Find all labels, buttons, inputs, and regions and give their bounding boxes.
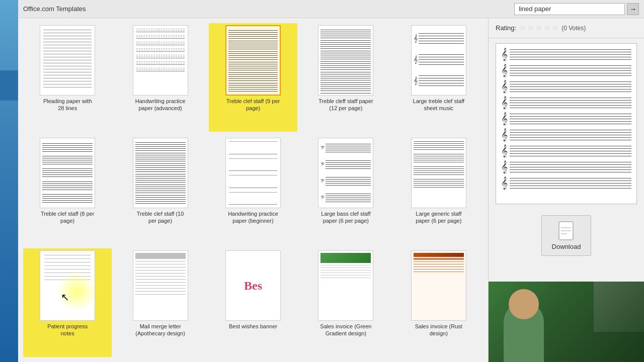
template-item-treble-8[interactable]: Treble clef staff (8 per page)	[23, 136, 112, 244]
template-item-mail[interactable]: Mail merge letter (Apothecary design)	[116, 248, 204, 357]
star-5: ☆	[551, 23, 558, 33]
template-thumb-bass-6: 𝄢 𝄢 𝄢	[318, 138, 373, 208]
template-item-patient[interactable]: ↖ Patient progress notes	[23, 248, 112, 357]
template-grid: Pleading paper with 28 lines Handwriting…	[18, 18, 488, 362]
search-button[interactable]: →	[627, 3, 639, 15]
template-label-bass-6: Large bass clef staff paper (6 per page)	[318, 210, 373, 225]
rating-section: Rating: ☆ ☆ ☆ ☆ ☆ (0 Votes)	[489, 18, 644, 38]
clef-symbol-9: 𝄞	[501, 177, 508, 189]
clef-symbol-2: 𝄞	[501, 65, 508, 76]
template-label-handwriting-adv: Handwriting practice paper (advanced)	[133, 98, 188, 112]
download-icon	[557, 221, 575, 241]
download-button[interactable]: Download	[541, 215, 592, 256]
template-item-invoice-green[interactable]: Sales invoice (Green Gradient design)	[301, 248, 390, 357]
staff-group-1: 𝄞	[501, 49, 631, 60]
template-thumb-invoice-rust	[411, 250, 466, 321]
main-content: Office.com Templates →	[18, 0, 644, 362]
template-thumb-generic-6	[411, 138, 466, 208]
votes-count: (0 Votes)	[561, 25, 586, 32]
download-label: Download	[552, 243, 581, 250]
clef-symbol-7: 𝄞	[501, 145, 508, 156]
template-thumb-hw-beginner	[225, 138, 281, 208]
template-preview-box: 𝄞 𝄞 𝄞	[496, 43, 637, 204]
right-panel: Rating: ☆ ☆ ☆ ☆ ☆ (0 Votes) 𝄞	[488, 18, 644, 362]
template-item-treble-9[interactable]: Treble clef staff (9 per page)	[209, 23, 297, 132]
staff-group-8: 𝄞	[501, 161, 631, 172]
template-label-invoice-green: Sales invoice (Green Gradient design)	[318, 323, 373, 337]
template-thumb-mail	[133, 250, 188, 321]
clef-symbol-5: 𝄞	[501, 113, 508, 124]
clef-symbol-1: 𝄞	[501, 49, 508, 60]
template-item-pleading[interactable]: Pleading paper with 28 lines	[23, 23, 112, 132]
staff-group-9: 𝄞	[501, 177, 631, 189]
template-label-banner: Best wishes banner	[229, 323, 277, 330]
template-thumb-banner: Bes	[225, 250, 281, 321]
template-item-invoice-rust[interactable]: Sales invoice (Rust design)	[394, 248, 483, 357]
clef-symbol-8: 𝄞	[501, 161, 508, 172]
template-label-patient: Patient progress notes	[40, 323, 95, 337]
left-sidebar	[0, 0, 18, 362]
staff-group-6: 𝄞	[501, 129, 631, 140]
template-item-hw-beginner[interactable]: Handwriting practice paper (beginner)	[209, 136, 297, 244]
rating-label: Rating:	[496, 24, 516, 32]
clef-symbol-4: 𝄞	[501, 97, 508, 108]
staff-group-4: 𝄞	[501, 97, 631, 108]
template-label-pleading: Pleading paper with 28 lines	[40, 98, 95, 112]
panel-title: Office.com Templates	[23, 5, 86, 13]
star-2: ☆	[527, 23, 534, 33]
template-item-large-treble[interactable]: 𝄞 𝄞 𝄞	[394, 23, 483, 132]
staff-group-5: 𝄞	[501, 113, 631, 124]
sidebar-accent-bar	[0, 70, 18, 101]
template-label-mail: Mail merge letter (Apothecary design)	[133, 323, 188, 337]
video-placeholder	[489, 282, 644, 362]
download-section: Download	[489, 209, 644, 262]
stars-display: ☆ ☆ ☆ ☆ ☆	[519, 23, 558, 33]
template-item-treble-12[interactable]: Treble cleff staff paper (12 per page)	[301, 23, 390, 132]
template-thumb-treble-10	[133, 138, 188, 208]
template-thumb-treble-9	[225, 25, 281, 96]
template-label-invoice-rust: Sales invoice (Rust design)	[411, 323, 466, 337]
template-label-treble-12: Treble cleff staff paper (12 per page)	[318, 98, 373, 112]
template-label-large-treble: Large treble clef staff sheet music	[411, 98, 466, 112]
staff-group-7: 𝄞	[501, 145, 631, 156]
staff-group-3: 𝄞	[501, 81, 631, 92]
template-item-treble-10[interactable]: Treble clef staff (10 per page)	[116, 136, 204, 244]
template-label-treble-9: Treble clef staff (9 per page)	[225, 98, 281, 112]
header-bar: Office.com Templates →	[18, 0, 644, 18]
star-1: ☆	[519, 23, 526, 33]
banner-preview-text: Bes	[244, 279, 262, 293]
staff-group-2: 𝄞	[501, 65, 631, 76]
template-thumb-treble-8	[40, 138, 95, 208]
template-thumb-treble-12	[318, 25, 373, 96]
template-item-generic-6[interactable]: Large generic staff paper (6 per page)	[394, 136, 483, 244]
video-section	[489, 282, 644, 362]
star-3: ☆	[535, 23, 542, 33]
search-box: →	[514, 3, 639, 15]
star-4: ☆	[543, 23, 550, 33]
template-item-handwriting-adv[interactable]: Handwriting practice paper (advanced)	[116, 23, 204, 132]
template-label-generic-6: Large generic staff paper (6 per page)	[411, 210, 466, 225]
template-thumb-patient: ↖	[40, 250, 95, 321]
template-item-banner[interactable]: Bes Best wishes banner	[209, 248, 297, 357]
template-thumb-large-treble: 𝄞 𝄞 𝄞	[411, 25, 466, 96]
template-label-treble-8: Treble clef staff (8 per page)	[40, 210, 95, 225]
clef-symbol-3: 𝄞	[501, 81, 508, 92]
template-area: Pleading paper with 28 lines Handwriting…	[18, 18, 644, 362]
clef-symbol-6: 𝄞	[501, 129, 508, 140]
search-input[interactable]	[514, 3, 625, 15]
template-label-hw-beginner: Handwriting practice paper (beginner)	[225, 210, 281, 225]
template-thumb-pleading	[40, 25, 95, 96]
template-thumb-handwriting-adv	[133, 25, 188, 96]
template-item-bass-6[interactable]: 𝄢 𝄢 𝄢	[301, 136, 390, 244]
template-thumb-invoice-green	[318, 250, 373, 321]
template-label-treble-10: Treble clef staff (10 per page)	[133, 210, 188, 225]
